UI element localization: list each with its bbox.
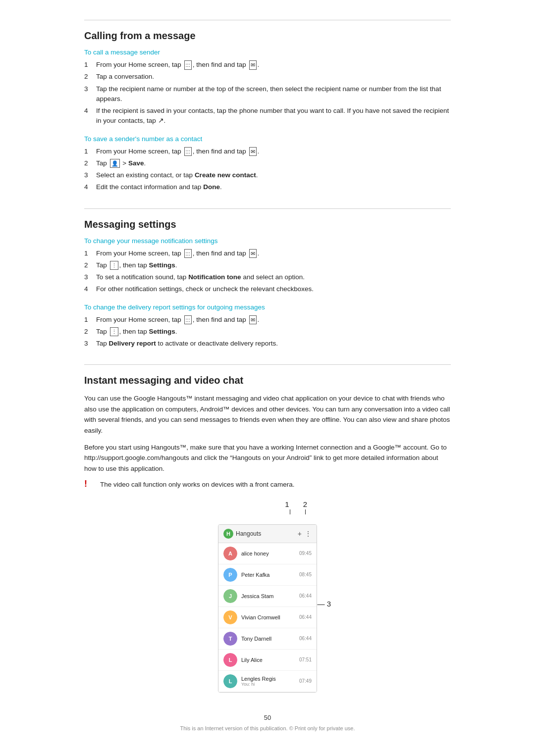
- tick-2: [305, 509, 306, 514]
- page-number: 50: [84, 714, 451, 721]
- page-container: Calling from a message To call a message…: [74, 0, 461, 756]
- step-item: 4 Edit the contact information and tap D…: [84, 182, 451, 192]
- contact-info: Vivian Cromwell: [241, 614, 295, 620]
- contact-lily[interactable]: L Lily Alice 07:51: [218, 650, 317, 671]
- screenshot-area: 1 2 H Hangouts: [84, 500, 451, 694]
- contact-vivian[interactable]: V Vivian Cromwell 06:44: [218, 607, 317, 628]
- contact-tony[interactable]: T Tony Darnell 06:44: [218, 628, 317, 650]
- step-item: 4 For other notification settings, check…: [84, 284, 451, 294]
- step-item: 2 Tap 👤 > Save.: [84, 158, 451, 168]
- avatar: T: [223, 632, 237, 646]
- step-item: 2 Tap ⋮, then tap Settings.: [84, 260, 451, 270]
- step-item: 1 From your Home screen, tap :::, then f…: [84, 249, 451, 258]
- contact-info: Lily Alice: [241, 657, 295, 663]
- contact-jessica[interactable]: J Jessica Stam 06:44: [218, 586, 317, 607]
- annotation-2-label: 2: [303, 500, 307, 508]
- call-sender-subsection: To call a message sender 1 From your Hom…: [84, 49, 451, 126]
- apps-icon: :::: [184, 249, 192, 258]
- avatar: A: [223, 547, 237, 560]
- delivery-title: To change the delivery report settings f…: [84, 303, 451, 311]
- calling-section: Calling from a message To call a message…: [84, 20, 451, 193]
- call-sender-steps: 1 From your Home screen, tap :::, then f…: [84, 60, 451, 126]
- avatar: V: [223, 610, 237, 624]
- hangouts-header: H Hangouts + ⋮: [218, 525, 317, 543]
- annotation-wrapper: 1 2 H Hangouts: [218, 500, 317, 694]
- notification-title: To change your message notification sett…: [84, 237, 451, 245]
- hangouts-header-icons: + ⋮: [298, 530, 312, 538]
- avatar: J: [223, 589, 237, 603]
- notification-steps: 1 From your Home screen, tap :::, then f…: [84, 249, 451, 295]
- exclamation-icon: !: [84, 479, 96, 489]
- msg-icon: ✉: [249, 147, 257, 156]
- tick-1: [290, 509, 290, 514]
- apps-icon: :::: [184, 147, 192, 156]
- contact-info: Jessica Stam: [241, 593, 295, 599]
- avatar: L: [223, 653, 237, 667]
- step-item: 4 If the recipient is saved in your cont…: [84, 106, 451, 126]
- msg-icon: ✉: [249, 249, 257, 258]
- step-item: 1 From your Home screen, tap :::, then f…: [84, 60, 451, 70]
- hangouts-logo-icon: H: [223, 529, 233, 539]
- step-item: 2 Tap a conversation.: [84, 72, 451, 82]
- apps-icon: :::: [184, 315, 192, 325]
- save-sender-subsection: To save a sender's number as a contact 1…: [84, 135, 451, 193]
- instant-section: Instant messaging and video chat You can…: [84, 364, 451, 694]
- contact-alice[interactable]: A alice honey 09:45: [218, 543, 317, 564]
- hangouts-contact-list: A alice honey 09:45 P: [218, 543, 317, 692]
- page-footer: 50 This is an Internet version of this p…: [84, 714, 451, 731]
- top-annotations: 1 2: [218, 500, 317, 508]
- step-item: 2 Tap ⋮, then tap Settings.: [84, 327, 451, 337]
- notification-subsection: To change your message notification sett…: [84, 237, 451, 295]
- hangouts-logo: H Hangouts: [223, 529, 261, 539]
- msg-icon: ✉: [249, 315, 257, 325]
- apps-icon: :::: [184, 60, 192, 70]
- instant-body2: Before you start using Hangouts™, make s…: [84, 442, 451, 474]
- annotation-1-label: 1: [285, 500, 289, 508]
- contact-peter[interactable]: P Peter Kafka 08:45: [218, 564, 317, 586]
- save-sender-steps: 1 From your Home screen, tap :::, then f…: [84, 147, 451, 193]
- step-item: 1 From your Home screen, tap :::, then f…: [84, 147, 451, 156]
- msg-icon: ✉: [249, 60, 257, 70]
- delivery-report-subsection: To change the delivery report settings f…: [84, 303, 451, 349]
- step-item: 3 Tap the recipient name or number at th…: [84, 84, 451, 104]
- messaging-title: Messaging settings: [84, 208, 451, 230]
- delivery-steps: 1 From your Home screen, tap :::, then f…: [84, 315, 451, 349]
- note-row: ! The video call function only works on …: [84, 480, 451, 490]
- step-item: 3 Select an existing contact, or tap Cre…: [84, 170, 451, 180]
- tick-marks: [218, 509, 317, 514]
- contact-info: Lengles Regis You: hi: [241, 676, 295, 687]
- contact-info: alice honey: [241, 551, 295, 556]
- step-item: 3 To set a notification sound, tap Notif…: [84, 272, 451, 282]
- hangouts-logo-text: Hangouts: [236, 530, 261, 537]
- overflow-icon[interactable]: ⋮: [305, 530, 312, 538]
- menu-icon: ⋮: [110, 261, 118, 270]
- instant-body1: You can use the Google Hangouts™ instant…: [84, 393, 451, 436]
- instant-title: Instant messaging and video chat: [84, 364, 451, 386]
- annotation-3-label: — 3: [317, 599, 331, 607]
- contact-lengles[interactable]: L Lengles Regis You: hi 07:49: [218, 671, 317, 692]
- hangouts-screenshot: H Hangouts + ⋮ A: [218, 524, 317, 693]
- contact-info: Tony Darnell: [241, 636, 295, 642]
- step-item: 1 From your Home screen, tap :::, then f…: [84, 315, 451, 325]
- contact-info: Peter Kafka: [241, 572, 295, 578]
- avatar: P: [223, 568, 237, 582]
- calling-title: Calling from a message: [84, 20, 451, 42]
- save-sender-title: To save a sender's number as a contact: [84, 135, 451, 143]
- call-sender-title: To call a message sender: [84, 49, 451, 56]
- footer-note: This is an Internet version of this publ…: [84, 725, 451, 731]
- add-icon[interactable]: +: [298, 530, 302, 538]
- person-icon: 👤: [110, 159, 120, 168]
- avatar: L: [223, 674, 237, 688]
- step-item: 3 Tap Delivery report to activate or dea…: [84, 339, 451, 349]
- note-text: The video call function only works on de…: [100, 480, 294, 490]
- messaging-section: Messaging settings To change your messag…: [84, 208, 451, 349]
- menu-icon: ⋮: [110, 327, 118, 337]
